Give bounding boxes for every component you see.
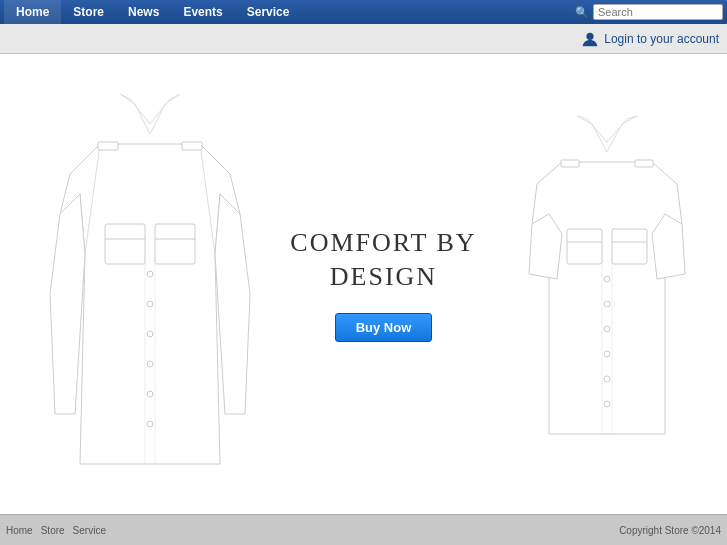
svg-rect-13 <box>567 229 602 264</box>
svg-point-16 <box>604 301 610 307</box>
svg-rect-10 <box>98 142 118 150</box>
svg-point-6 <box>147 331 153 337</box>
footer-link-store[interactable]: Store <box>41 525 65 536</box>
svg-point-17 <box>604 326 610 332</box>
hero-section: COMFORT BY DESIGN Buy Now <box>0 54 727 514</box>
login-link[interactable]: Login to your account <box>581 30 719 48</box>
center-text: COMFORT BY DESIGN Buy Now <box>260 206 507 363</box>
nav-news[interactable]: News <box>116 0 171 24</box>
svg-point-5 <box>147 301 153 307</box>
svg-rect-22 <box>635 160 653 167</box>
svg-point-15 <box>604 276 610 282</box>
svg-point-20 <box>604 401 610 407</box>
user-icon <box>581 30 599 48</box>
nav-service[interactable]: Service <box>235 0 302 24</box>
buy-now-button[interactable]: Buy Now <box>335 313 433 342</box>
svg-point-18 <box>604 351 610 357</box>
svg-point-19 <box>604 376 610 382</box>
footer-link-service[interactable]: Service <box>73 525 106 536</box>
search-input[interactable] <box>593 4 723 20</box>
footer-links: Home Store Service <box>6 525 106 536</box>
footer-right: Copyright Store ©2014 <box>619 525 721 536</box>
svg-marker-12 <box>577 116 637 152</box>
svg-marker-1 <box>120 94 180 134</box>
svg-point-0 <box>587 32 594 39</box>
footer: Home Store Service Copyright Store ©2014 <box>0 514 727 545</box>
shirt-long-sleeve <box>40 94 260 474</box>
svg-rect-2 <box>105 224 145 264</box>
svg-point-9 <box>147 421 153 427</box>
svg-rect-14 <box>612 229 647 264</box>
navbar: Home Store News Events Service 🔍 <box>0 0 727 24</box>
search-icon: 🔍 <box>575 6 589 19</box>
nav-events[interactable]: Events <box>171 0 234 24</box>
login-label: Login to your account <box>604 32 719 46</box>
svg-rect-11 <box>182 142 202 150</box>
svg-point-8 <box>147 391 153 397</box>
footer-link-home[interactable]: Home <box>6 525 33 536</box>
login-bar: Login to your account <box>0 24 727 54</box>
svg-point-7 <box>147 361 153 367</box>
shirt-short-sleeve <box>507 114 707 454</box>
svg-rect-3 <box>155 224 195 264</box>
nav-store[interactable]: Store <box>61 0 116 24</box>
svg-point-4 <box>147 271 153 277</box>
svg-rect-21 <box>561 160 579 167</box>
main-content: COMFORT BY DESIGN Buy Now <box>0 54 727 514</box>
nav-home[interactable]: Home <box>4 0 61 24</box>
hero-headline: COMFORT BY DESIGN <box>290 226 476 294</box>
footer-copyright: Copyright Store ©2014 <box>619 525 721 536</box>
